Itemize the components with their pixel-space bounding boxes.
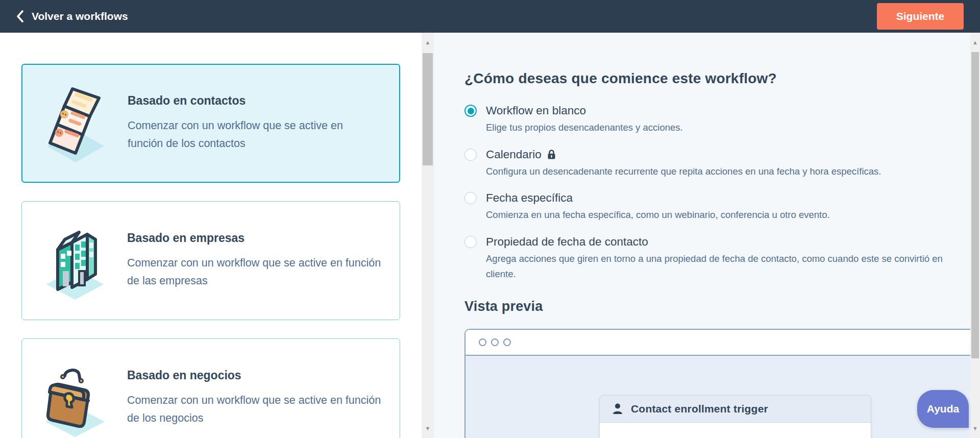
next-button[interactable]: Siguiente — [877, 3, 964, 30]
option-row-fecha-especifica[interactable]: Fecha específica — [464, 191, 970, 205]
option-description: Elige tus propios desencadenantes y acci… — [486, 120, 955, 136]
card-basado-en-empresas[interactable]: Basado en empresas Comenzar con un workf… — [21, 201, 400, 320]
contacts-illustration-icon — [37, 83, 114, 164]
back-link-label: Volver a workflows — [32, 10, 128, 22]
option-description: Configura un desencadenante recurrente q… — [486, 164, 955, 180]
option-description: Agrega acciones que giren en torno a una… — [486, 251, 955, 282]
preview-browser-bar — [465, 330, 970, 356]
preview-title: Vista previa — [464, 299, 970, 314]
trigger-card-body — [599, 423, 871, 438]
briefcase-illustration-icon — [36, 357, 114, 438]
radio-unselected[interactable] — [464, 236, 477, 248]
radio-selected[interactable] — [464, 105, 477, 117]
scroll-up-arrow-icon[interactable]: ▲ — [422, 34, 434, 51]
card-description: Comenzar con un workflow que se active e… — [127, 392, 381, 427]
start-options-group: Workflow en blanco Elige tus propios des… — [464, 104, 970, 282]
option-calendario: Calendario Configura un desencadenante r… — [464, 148, 970, 180]
buildings-illustration-icon — [36, 220, 114, 302]
trigger-card-header: Contact enrollment trigger — [599, 395, 871, 423]
page-scrollbar[interactable]: ▲ ▼ — [970, 33, 980, 438]
card-description: Comenzar con un workflow que se active e… — [127, 254, 381, 290]
option-label: Propiedad de fecha de contacto — [486, 235, 648, 249]
option-label: Calendario — [486, 148, 542, 161]
scroll-down-arrow-icon[interactable]: ▼ — [422, 420, 434, 437]
card-description: Comenzar con un workflow que se active e… — [128, 117, 381, 153]
option-label: Fecha específica — [486, 191, 573, 205]
person-icon — [612, 403, 623, 415]
radio-unselected[interactable] — [464, 192, 477, 204]
card-basado-en-contactos[interactable]: Basado en contactos Comenzar con un work… — [21, 64, 400, 183]
page-scrollbar-thumb[interactable] — [971, 52, 979, 358]
help-button[interactable]: Ayuda — [917, 390, 969, 428]
browser-dot-icon — [479, 338, 486, 346]
back-to-workflows-link[interactable]: Volver a workflows — [15, 9, 128, 23]
card-title: Basado en negocios — [127, 369, 381, 382]
option-row-propiedad-fecha-contacto[interactable]: Propiedad de fecha de contacto — [464, 235, 970, 249]
preview-canvas: Contact enrollment trigger — [465, 356, 970, 438]
card-title: Basado en empresas — [127, 231, 381, 245]
scroll-down-arrow-icon[interactable]: ▼ — [970, 420, 980, 437]
card-title: Basado en contactos — [128, 94, 381, 108]
workflow-start-panel: ¿Cómo deseas que comience este workflow?… — [434, 33, 970, 438]
option-workflow-en-blanco: Workflow en blanco Elige tus propios des… — [464, 104, 970, 136]
top-bar: Volver a workflows Siguiente — [0, 0, 980, 33]
workflow-type-panel: Basado en contactos Comenzar con un work… — [0, 33, 422, 438]
option-propiedad-fecha-contacto: Propiedad de fecha de contacto Agrega ac… — [464, 235, 970, 282]
option-description: Comienza en una fecha específica, como u… — [486, 207, 955, 223]
option-label: Workflow en blanco — [486, 104, 586, 117]
option-row-workflow-en-blanco[interactable]: Workflow en blanco — [464, 104, 970, 117]
card-basado-en-negocios[interactable]: Basado en negocios Comenzar con un workf… — [21, 338, 400, 438]
left-panel-scrollbar-thumb[interactable] — [423, 53, 433, 165]
contact-enrollment-trigger-card: Contact enrollment trigger — [599, 395, 871, 438]
workflow-preview: Contact enrollment trigger — [464, 329, 970, 438]
lock-icon — [547, 150, 556, 159]
browser-dot-icon — [491, 338, 499, 346]
radio-unselected[interactable] — [464, 149, 477, 161]
option-row-calendario[interactable]: Calendario — [464, 148, 970, 161]
trigger-card-label: Contact enrollment trigger — [631, 403, 768, 415]
panel-question-title: ¿Cómo deseas que comience este workflow? — [464, 70, 970, 87]
chevron-left-icon — [15, 9, 24, 23]
left-panel-scrollbar[interactable]: ▲ ▼ — [422, 33, 434, 438]
scroll-up-arrow-icon[interactable]: ▲ — [970, 34, 980, 51]
browser-dot-icon — [503, 338, 511, 346]
option-fecha-especifica: Fecha específica Comienza en una fecha e… — [464, 191, 970, 223]
